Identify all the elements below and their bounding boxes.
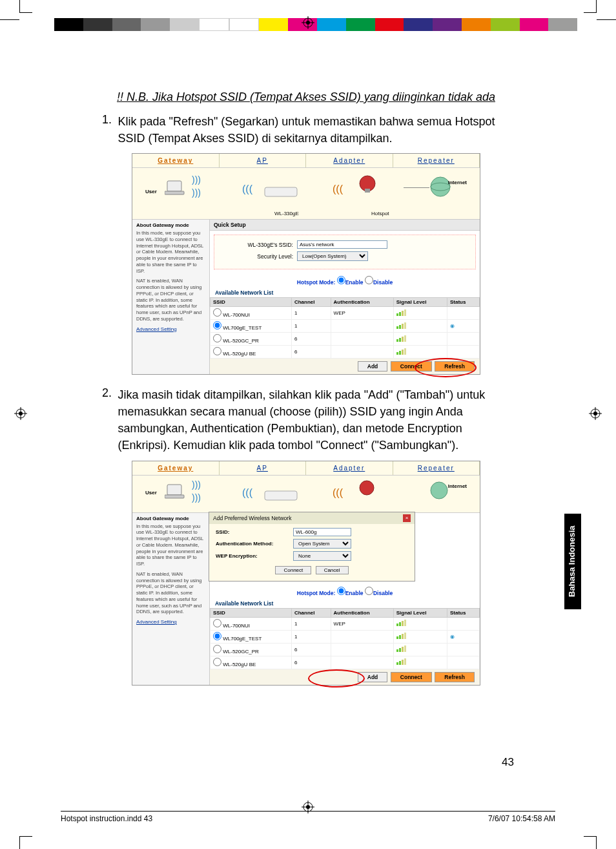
table-row[interactable]: WL-520gU BE6	[210, 346, 480, 359]
signal-bars-icon	[396, 620, 406, 626]
signal-bars-icon	[396, 335, 406, 342]
hotspot-mode-label: Hotspot Mode:	[297, 590, 336, 596]
svg-rect-23	[167, 485, 181, 495]
advanced-settings-link[interactable]: Advanced Setting	[136, 326, 205, 332]
network-radio[interactable]	[213, 619, 221, 627]
status-ok-icon: ◉	[450, 323, 455, 329]
col-signal: Signal Level	[393, 298, 447, 307]
hotspot-disable-radio[interactable]	[365, 587, 373, 595]
connect-button[interactable]: Connect	[391, 672, 432, 682]
network-radio[interactable]	[213, 334, 221, 342]
dialog-ssid-label: SSID:	[216, 529, 293, 535]
col-channel: Channel	[291, 608, 331, 617]
table-row[interactable]: WL-700NUI1WEP	[210, 617, 480, 630]
tab-gateway[interactable]: Gateway	[132, 154, 220, 167]
router-icon	[262, 181, 300, 202]
ssid-input[interactable]	[297, 240, 387, 249]
registration-mark-icon	[14, 407, 27, 420]
satellite-dish-icon	[358, 174, 378, 195]
svg-rect-18	[265, 187, 297, 196]
sidebar-about: About Gateway mode In this mode, we supp…	[132, 220, 210, 374]
dialog-wep-label: WEP Encryption:	[216, 553, 293, 559]
security-level-select[interactable]: Low(Open System)	[297, 251, 368, 261]
sidebar-paragraph: NAT is enabled, WAN connection is allowe…	[136, 571, 205, 615]
diagram-internet-label: Internet	[448, 483, 467, 489]
wifi-receive-icon: (((	[242, 487, 252, 499]
svg-rect-20	[365, 189, 370, 193]
network-radio[interactable]	[213, 347, 221, 355]
print-footer: Hotspot instruction.indd 43 7/6/07 10:54…	[61, 811, 555, 823]
dialog-connect-button[interactable]: Connect	[275, 566, 311, 574]
add-button[interactable]: Add	[358, 361, 388, 372]
network-radio[interactable]	[213, 308, 221, 317]
ui-screenshot-1: Gateway AP Adapter Repeater User ))) )))…	[132, 153, 480, 375]
add-button[interactable]: Add	[358, 672, 388, 682]
refresh-button[interactable]: Refresh	[435, 361, 475, 372]
diagram-device-label: WL-330gE	[274, 211, 299, 216]
wifi-icon: )))	[192, 187, 201, 198]
svg-rect-24	[165, 495, 184, 498]
connect-button[interactable]: Connect	[391, 361, 432, 372]
tab-adapter[interactable]: Adapter	[306, 461, 393, 475]
sidebar-about: About Gateway mode In this mode, we supp…	[132, 513, 210, 685]
wifi-receive-icon: (((	[333, 183, 343, 195]
hotspot-enable-radio[interactable]	[337, 276, 345, 284]
tab-ap[interactable]: AP	[220, 154, 307, 167]
tab-adapter[interactable]: Adapter	[306, 154, 393, 167]
globe-icon	[429, 481, 449, 501]
col-auth: Authentication	[331, 608, 393, 617]
language-tab: Bahasa Indonesia	[564, 514, 581, 609]
signal-bars-icon	[396, 633, 406, 639]
col-status: Status	[447, 608, 479, 617]
tab-ap[interactable]: AP	[220, 461, 307, 475]
tab-gateway[interactable]: Gateway	[132, 461, 220, 475]
wifi-icon: )))	[192, 492, 201, 503]
tab-repeater[interactable]: Repeater	[393, 461, 480, 475]
tab-repeater[interactable]: Repeater	[393, 154, 480, 167]
satellite-dish-icon	[358, 479, 376, 499]
col-ssid: SSID	[210, 608, 292, 617]
footer-timestamp: 7/6/07 10:54:58 AM	[488, 814, 555, 823]
svg-rect-16	[167, 181, 181, 191]
network-list-table: SSID Channel Authentication Signal Level…	[210, 297, 480, 359]
svg-point-26	[360, 481, 374, 495]
hotspot-disable-radio[interactable]	[365, 276, 373, 284]
security-level-label: Security Level:	[222, 253, 293, 260]
sidebar-paragraph: In this mode, we suppose you use WL-330g…	[136, 523, 205, 567]
table-row[interactable]: WL-520GC_PR6	[210, 643, 480, 656]
table-row[interactable]: WL-520GC_PR6	[210, 333, 480, 346]
table-row[interactable]: WL-520gU BE6	[210, 656, 480, 669]
col-auth: Authentication	[331, 298, 393, 307]
svg-rect-25	[265, 491, 297, 500]
sidebar-title: About Gateway mode	[136, 222, 205, 228]
status-ok-icon: ◉	[450, 634, 455, 640]
network-radio[interactable]	[213, 645, 221, 653]
hotspot-enable-radio[interactable]	[337, 587, 345, 595]
ui-screenshot-2: Gateway AP Adapter Repeater User ))) )))…	[132, 461, 480, 686]
laptop-icon	[165, 180, 188, 198]
network-radio[interactable]	[213, 632, 221, 640]
step-text: Jika masih tidak ditampilkan, silahkan k…	[118, 386, 498, 454]
signal-bars-icon	[396, 658, 406, 665]
table-row[interactable]: WL700gE_TEST1◉	[210, 630, 480, 643]
advanced-settings-link[interactable]: Advanced Setting	[136, 619, 205, 625]
col-channel: Channel	[291, 298, 331, 307]
col-signal: Signal Level	[393, 608, 447, 617]
dialog-auth-select[interactable]: Open System	[293, 539, 351, 549]
refresh-button[interactable]: Refresh	[435, 672, 475, 682]
nb-heading: !! N.B. Jika Hotspot SSID (Tempat Akses …	[99, 90, 513, 104]
table-row[interactable]: WL700gE_TEST1◉	[210, 320, 480, 333]
signal-bars-icon	[396, 645, 406, 652]
dialog-wep-select[interactable]: None	[293, 551, 351, 561]
dialog-cancel-button[interactable]: Cancel	[316, 566, 349, 574]
close-icon[interactable]: ×	[403, 514, 411, 522]
crop-marks-bottom	[0, 830, 616, 849]
network-radio[interactable]	[213, 658, 221, 666]
registration-mark-icon	[302, 16, 314, 29]
network-radio[interactable]	[213, 321, 221, 330]
table-row[interactable]: WL-700NUI1WEP	[210, 307, 480, 320]
router-icon	[262, 485, 300, 505]
dialog-title-text: Add Preferred Wireless Network	[213, 515, 291, 521]
dialog-ssid-input[interactable]	[293, 528, 351, 536]
svg-rect-17	[165, 191, 184, 194]
